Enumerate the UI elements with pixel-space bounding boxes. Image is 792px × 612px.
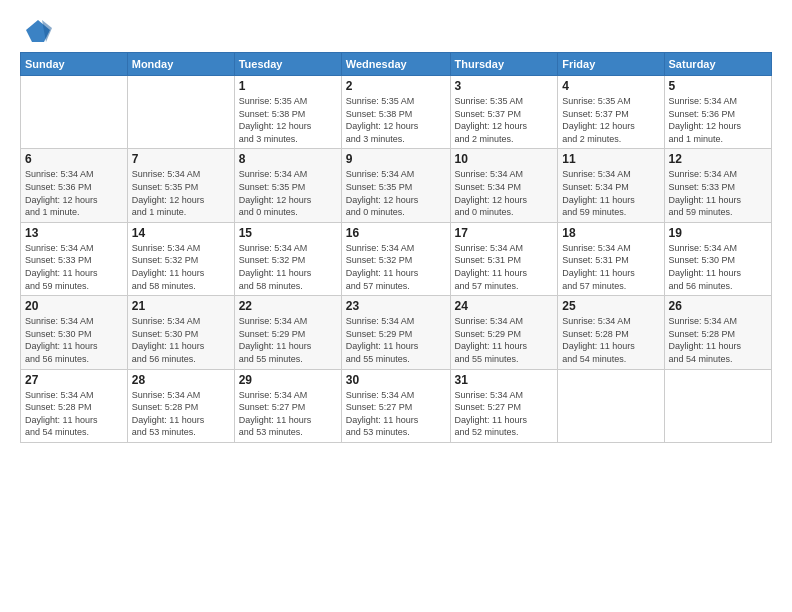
calendar-week-2: 6Sunrise: 5:34 AM Sunset: 5:36 PM Daylig… — [21, 149, 772, 222]
day-info: Sunrise: 5:34 AM Sunset: 5:31 PM Dayligh… — [562, 242, 659, 292]
day-info: Sunrise: 5:34 AM Sunset: 5:29 PM Dayligh… — [455, 315, 554, 365]
day-number: 17 — [455, 226, 554, 240]
day-number: 11 — [562, 152, 659, 166]
day-info: Sunrise: 5:34 AM Sunset: 5:31 PM Dayligh… — [455, 242, 554, 292]
calendar-cell: 24Sunrise: 5:34 AM Sunset: 5:29 PM Dayli… — [450, 296, 558, 369]
calendar-cell: 6Sunrise: 5:34 AM Sunset: 5:36 PM Daylig… — [21, 149, 128, 222]
day-info: Sunrise: 5:34 AM Sunset: 5:33 PM Dayligh… — [669, 168, 767, 218]
calendar-cell: 20Sunrise: 5:34 AM Sunset: 5:30 PM Dayli… — [21, 296, 128, 369]
day-info: Sunrise: 5:34 AM Sunset: 5:32 PM Dayligh… — [346, 242, 446, 292]
calendar-cell: 5Sunrise: 5:34 AM Sunset: 5:36 PM Daylig… — [664, 76, 771, 149]
calendar-cell: 22Sunrise: 5:34 AM Sunset: 5:29 PM Dayli… — [234, 296, 341, 369]
weekday-sunday: Sunday — [21, 53, 128, 76]
day-info: Sunrise: 5:34 AM Sunset: 5:34 PM Dayligh… — [562, 168, 659, 218]
weekday-thursday: Thursday — [450, 53, 558, 76]
calendar-cell: 2Sunrise: 5:35 AM Sunset: 5:38 PM Daylig… — [341, 76, 450, 149]
day-number: 6 — [25, 152, 123, 166]
day-number: 18 — [562, 226, 659, 240]
day-info: Sunrise: 5:34 AM Sunset: 5:28 PM Dayligh… — [25, 389, 123, 439]
day-number: 16 — [346, 226, 446, 240]
day-number: 30 — [346, 373, 446, 387]
day-info: Sunrise: 5:34 AM Sunset: 5:27 PM Dayligh… — [346, 389, 446, 439]
calendar-week-3: 13Sunrise: 5:34 AM Sunset: 5:33 PM Dayli… — [21, 222, 772, 295]
calendar-cell: 12Sunrise: 5:34 AM Sunset: 5:33 PM Dayli… — [664, 149, 771, 222]
weekday-saturday: Saturday — [664, 53, 771, 76]
day-number: 19 — [669, 226, 767, 240]
day-info: Sunrise: 5:35 AM Sunset: 5:38 PM Dayligh… — [239, 95, 337, 145]
day-info: Sunrise: 5:35 AM Sunset: 5:37 PM Dayligh… — [455, 95, 554, 145]
day-info: Sunrise: 5:34 AM Sunset: 5:28 PM Dayligh… — [562, 315, 659, 365]
day-number: 5 — [669, 79, 767, 93]
weekday-monday: Monday — [127, 53, 234, 76]
day-info: Sunrise: 5:34 AM Sunset: 5:35 PM Dayligh… — [132, 168, 230, 218]
page: SundayMondayTuesdayWednesdayThursdayFrid… — [0, 0, 792, 612]
day-info: Sunrise: 5:34 AM Sunset: 5:30 PM Dayligh… — [132, 315, 230, 365]
calendar-cell: 9Sunrise: 5:34 AM Sunset: 5:35 PM Daylig… — [341, 149, 450, 222]
day-info: Sunrise: 5:35 AM Sunset: 5:38 PM Dayligh… — [346, 95, 446, 145]
calendar-cell: 26Sunrise: 5:34 AM Sunset: 5:28 PM Dayli… — [664, 296, 771, 369]
calendar-cell: 19Sunrise: 5:34 AM Sunset: 5:30 PM Dayli… — [664, 222, 771, 295]
day-info: Sunrise: 5:34 AM Sunset: 5:36 PM Dayligh… — [669, 95, 767, 145]
calendar-cell: 17Sunrise: 5:34 AM Sunset: 5:31 PM Dayli… — [450, 222, 558, 295]
day-number: 9 — [346, 152, 446, 166]
day-info: Sunrise: 5:34 AM Sunset: 5:30 PM Dayligh… — [25, 315, 123, 365]
calendar-cell: 21Sunrise: 5:34 AM Sunset: 5:30 PM Dayli… — [127, 296, 234, 369]
calendar-cell — [21, 76, 128, 149]
calendar-body: 1Sunrise: 5:35 AM Sunset: 5:38 PM Daylig… — [21, 76, 772, 443]
day-info: Sunrise: 5:34 AM Sunset: 5:36 PM Dayligh… — [25, 168, 123, 218]
day-info: Sunrise: 5:34 AM Sunset: 5:35 PM Dayligh… — [239, 168, 337, 218]
calendar-cell: 10Sunrise: 5:34 AM Sunset: 5:34 PM Dayli… — [450, 149, 558, 222]
calendar-cell: 30Sunrise: 5:34 AM Sunset: 5:27 PM Dayli… — [341, 369, 450, 442]
weekday-tuesday: Tuesday — [234, 53, 341, 76]
calendar-cell: 1Sunrise: 5:35 AM Sunset: 5:38 PM Daylig… — [234, 76, 341, 149]
day-info: Sunrise: 5:34 AM Sunset: 5:28 PM Dayligh… — [669, 315, 767, 365]
day-info: Sunrise: 5:34 AM Sunset: 5:27 PM Dayligh… — [239, 389, 337, 439]
day-number: 24 — [455, 299, 554, 313]
day-info: Sunrise: 5:34 AM Sunset: 5:29 PM Dayligh… — [239, 315, 337, 365]
calendar-cell: 31Sunrise: 5:34 AM Sunset: 5:27 PM Dayli… — [450, 369, 558, 442]
day-number: 15 — [239, 226, 337, 240]
day-info: Sunrise: 5:34 AM Sunset: 5:35 PM Dayligh… — [346, 168, 446, 218]
day-number: 20 — [25, 299, 123, 313]
calendar-cell: 13Sunrise: 5:34 AM Sunset: 5:33 PM Dayli… — [21, 222, 128, 295]
day-info: Sunrise: 5:34 AM Sunset: 5:27 PM Dayligh… — [455, 389, 554, 439]
weekday-friday: Friday — [558, 53, 664, 76]
day-number: 1 — [239, 79, 337, 93]
day-number: 21 — [132, 299, 230, 313]
calendar-cell: 28Sunrise: 5:34 AM Sunset: 5:28 PM Dayli… — [127, 369, 234, 442]
day-number: 12 — [669, 152, 767, 166]
calendar-week-5: 27Sunrise: 5:34 AM Sunset: 5:28 PM Dayli… — [21, 369, 772, 442]
day-number: 3 — [455, 79, 554, 93]
calendar-week-1: 1Sunrise: 5:35 AM Sunset: 5:38 PM Daylig… — [21, 76, 772, 149]
day-info: Sunrise: 5:34 AM Sunset: 5:34 PM Dayligh… — [455, 168, 554, 218]
logo — [20, 16, 52, 44]
calendar-cell: 11Sunrise: 5:34 AM Sunset: 5:34 PM Dayli… — [558, 149, 664, 222]
calendar: SundayMondayTuesdayWednesdayThursdayFrid… — [20, 52, 772, 443]
calendar-cell: 8Sunrise: 5:34 AM Sunset: 5:35 PM Daylig… — [234, 149, 341, 222]
calendar-cell: 25Sunrise: 5:34 AM Sunset: 5:28 PM Dayli… — [558, 296, 664, 369]
day-number: 29 — [239, 373, 337, 387]
day-number: 22 — [239, 299, 337, 313]
day-number: 7 — [132, 152, 230, 166]
day-number: 13 — [25, 226, 123, 240]
weekday-wednesday: Wednesday — [341, 53, 450, 76]
day-info: Sunrise: 5:34 AM Sunset: 5:32 PM Dayligh… — [239, 242, 337, 292]
calendar-cell: 14Sunrise: 5:34 AM Sunset: 5:32 PM Dayli… — [127, 222, 234, 295]
day-info: Sunrise: 5:34 AM Sunset: 5:29 PM Dayligh… — [346, 315, 446, 365]
calendar-cell — [664, 369, 771, 442]
day-info: Sunrise: 5:34 AM Sunset: 5:32 PM Dayligh… — [132, 242, 230, 292]
calendar-cell: 16Sunrise: 5:34 AM Sunset: 5:32 PM Dayli… — [341, 222, 450, 295]
calendar-cell: 3Sunrise: 5:35 AM Sunset: 5:37 PM Daylig… — [450, 76, 558, 149]
calendar-cell: 18Sunrise: 5:34 AM Sunset: 5:31 PM Dayli… — [558, 222, 664, 295]
day-number: 28 — [132, 373, 230, 387]
header — [20, 16, 772, 44]
calendar-cell: 15Sunrise: 5:34 AM Sunset: 5:32 PM Dayli… — [234, 222, 341, 295]
day-info: Sunrise: 5:35 AM Sunset: 5:37 PM Dayligh… — [562, 95, 659, 145]
day-number: 14 — [132, 226, 230, 240]
day-number: 25 — [562, 299, 659, 313]
day-number: 26 — [669, 299, 767, 313]
day-number: 8 — [239, 152, 337, 166]
weekday-row: SundayMondayTuesdayWednesdayThursdayFrid… — [21, 53, 772, 76]
day-number: 10 — [455, 152, 554, 166]
calendar-cell: 27Sunrise: 5:34 AM Sunset: 5:28 PM Dayli… — [21, 369, 128, 442]
